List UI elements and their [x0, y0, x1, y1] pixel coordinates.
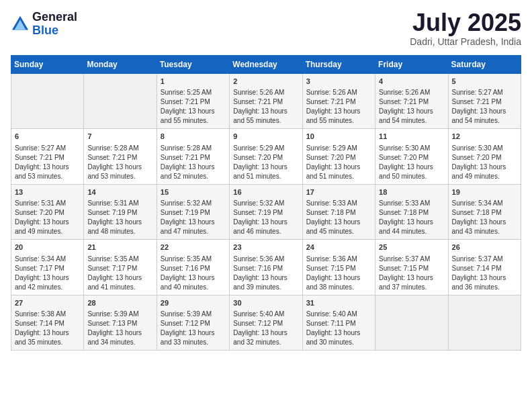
week-row-1: 1Sunrise: 5:25 AM Sunset: 7:21 PM Daylig…	[11, 74, 521, 129]
logo-general: General	[32, 11, 77, 24]
day-info: Sunrise: 5:31 AM Sunset: 7:19 PM Dayligh…	[87, 199, 152, 236]
calendar-cell: 10Sunrise: 5:29 AM Sunset: 7:20 PM Dayli…	[302, 129, 375, 184]
day-info: Sunrise: 5:39 AM Sunset: 7:12 PM Dayligh…	[161, 310, 226, 347]
day-number: 20	[15, 242, 80, 253]
day-number: 2	[233, 77, 298, 87]
day-info: Sunrise: 5:37 AM Sunset: 7:15 PM Dayligh…	[379, 255, 444, 292]
calendar-cell: 30Sunrise: 5:40 AM Sunset: 7:12 PM Dayli…	[230, 295, 302, 350]
calendar-cell: 1Sunrise: 5:25 AM Sunset: 7:21 PM Daylig…	[157, 74, 229, 129]
day-number: 1	[161, 77, 226, 87]
day-info: Sunrise: 5:40 AM Sunset: 7:12 PM Dayligh…	[233, 310, 298, 347]
day-number: 16	[233, 187, 298, 197]
day-number: 12	[452, 132, 517, 142]
location: Dadri, Uttar Pradesh, India	[410, 36, 521, 47]
calendar-cell: 6Sunrise: 5:27 AM Sunset: 7:21 PM Daylig…	[11, 129, 84, 184]
calendar-cell: 2Sunrise: 5:26 AM Sunset: 7:21 PM Daylig…	[230, 74, 302, 129]
calendar-cell: 13Sunrise: 5:31 AM Sunset: 7:20 PM Dayli…	[11, 184, 84, 239]
day-number: 31	[306, 298, 371, 308]
week-row-3: 13Sunrise: 5:31 AM Sunset: 7:20 PM Dayli…	[11, 184, 521, 239]
day-info: Sunrise: 5:29 AM Sunset: 7:20 PM Dayligh…	[233, 144, 298, 181]
calendar-cell: 18Sunrise: 5:33 AM Sunset: 7:18 PM Dayli…	[375, 184, 448, 239]
calendar-cell: 3Sunrise: 5:26 AM Sunset: 7:21 PM Daylig…	[302, 74, 375, 129]
day-info: Sunrise: 5:30 AM Sunset: 7:20 PM Dayligh…	[452, 144, 517, 181]
day-info: Sunrise: 5:33 AM Sunset: 7:18 PM Dayligh…	[379, 199, 444, 236]
day-number: 22	[161, 242, 226, 253]
calendar-cell: 4Sunrise: 5:26 AM Sunset: 7:21 PM Daylig…	[375, 74, 448, 129]
calendar-cell: 31Sunrise: 5:40 AM Sunset: 7:11 PM Dayli…	[302, 295, 375, 350]
calendar-cell: 28Sunrise: 5:39 AM Sunset: 7:13 PM Dayli…	[84, 295, 157, 350]
day-info: Sunrise: 5:28 AM Sunset: 7:21 PM Dayligh…	[87, 144, 152, 181]
day-number: 3	[306, 77, 371, 87]
weekday-header-wednesday: Wednesday	[230, 56, 302, 74]
week-row-2: 6Sunrise: 5:27 AM Sunset: 7:21 PM Daylig…	[11, 129, 521, 184]
day-number: 14	[87, 187, 152, 197]
day-info: Sunrise: 5:39 AM Sunset: 7:13 PM Dayligh…	[87, 310, 152, 347]
day-info: Sunrise: 5:40 AM Sunset: 7:11 PM Dayligh…	[306, 310, 371, 347]
day-info: Sunrise: 5:34 AM Sunset: 7:17 PM Dayligh…	[15, 255, 80, 292]
calendar-cell: 5Sunrise: 5:27 AM Sunset: 7:21 PM Daylig…	[448, 74, 521, 129]
day-info: Sunrise: 5:35 AM Sunset: 7:17 PM Dayligh…	[87, 255, 152, 292]
calendar-cell: 24Sunrise: 5:36 AM Sunset: 7:15 PM Dayli…	[302, 240, 375, 295]
day-info: Sunrise: 5:31 AM Sunset: 7:20 PM Dayligh…	[15, 199, 80, 236]
weekday-header-friday: Friday	[375, 56, 448, 74]
logo-icon	[11, 15, 30, 34]
calendar-cell: 25Sunrise: 5:37 AM Sunset: 7:15 PM Dayli…	[375, 240, 448, 295]
day-number: 5	[452, 77, 517, 87]
day-number: 9	[233, 132, 298, 142]
calendar-cell: 22Sunrise: 5:35 AM Sunset: 7:16 PM Dayli…	[157, 240, 229, 295]
day-info: Sunrise: 5:27 AM Sunset: 7:21 PM Dayligh…	[452, 88, 517, 126]
day-number: 29	[161, 298, 226, 308]
day-info: Sunrise: 5:35 AM Sunset: 7:16 PM Dayligh…	[161, 255, 226, 292]
day-info: Sunrise: 5:32 AM Sunset: 7:19 PM Dayligh…	[233, 199, 298, 236]
month-year: July 2025	[410, 11, 521, 35]
day-info: Sunrise: 5:26 AM Sunset: 7:21 PM Dayligh…	[379, 88, 444, 126]
day-number: 19	[452, 187, 517, 197]
calendar-cell: 26Sunrise: 5:37 AM Sunset: 7:14 PM Dayli…	[448, 240, 521, 295]
day-number: 27	[15, 298, 80, 308]
calendar-cell: 19Sunrise: 5:34 AM Sunset: 7:18 PM Dayli…	[448, 184, 521, 239]
calendar-cell: 12Sunrise: 5:30 AM Sunset: 7:20 PM Dayli…	[448, 129, 521, 184]
day-info: Sunrise: 5:26 AM Sunset: 7:21 PM Dayligh…	[306, 88, 371, 126]
day-info: Sunrise: 5:27 AM Sunset: 7:21 PM Dayligh…	[15, 144, 80, 181]
weekday-header-monday: Monday	[84, 56, 157, 74]
day-info: Sunrise: 5:25 AM Sunset: 7:21 PM Dayligh…	[161, 88, 226, 126]
day-number: 25	[379, 242, 444, 253]
calendar-cell: 20Sunrise: 5:34 AM Sunset: 7:17 PM Dayli…	[11, 240, 84, 295]
day-info: Sunrise: 5:26 AM Sunset: 7:21 PM Dayligh…	[233, 88, 298, 126]
calendar-cell: 17Sunrise: 5:33 AM Sunset: 7:18 PM Dayli…	[302, 184, 375, 239]
day-number: 23	[233, 242, 298, 253]
weekday-header-thursday: Thursday	[302, 56, 375, 74]
weekday-header-saturday: Saturday	[448, 56, 521, 74]
logo-text: General Blue	[32, 11, 77, 38]
calendar-cell: 27Sunrise: 5:38 AM Sunset: 7:14 PM Dayli…	[11, 295, 84, 350]
day-info: Sunrise: 5:28 AM Sunset: 7:21 PM Dayligh…	[161, 144, 226, 181]
day-number: 18	[379, 187, 444, 197]
day-number: 17	[306, 187, 371, 197]
logo: General Blue	[11, 11, 77, 38]
logo-blue: Blue	[32, 24, 77, 38]
day-number: 7	[87, 132, 152, 142]
day-number: 21	[87, 242, 152, 253]
day-number: 6	[15, 132, 80, 142]
calendar-cell	[11, 74, 84, 129]
calendar-cell: 23Sunrise: 5:36 AM Sunset: 7:16 PM Dayli…	[230, 240, 302, 295]
calendar-cell	[375, 295, 448, 350]
calendar-cell	[448, 295, 521, 350]
calendar-cell: 16Sunrise: 5:32 AM Sunset: 7:19 PM Dayli…	[230, 184, 302, 239]
day-number: 26	[452, 242, 517, 253]
weekday-header-tuesday: Tuesday	[157, 56, 229, 74]
day-info: Sunrise: 5:34 AM Sunset: 7:18 PM Dayligh…	[452, 199, 517, 236]
calendar-cell	[84, 74, 157, 129]
calendar-table: SundayMondayTuesdayWednesdayThursdayFrid…	[11, 55, 521, 351]
day-number: 28	[87, 298, 152, 308]
calendar-cell: 11Sunrise: 5:30 AM Sunset: 7:20 PM Dayli…	[375, 129, 448, 184]
calendar-cell: 14Sunrise: 5:31 AM Sunset: 7:19 PM Dayli…	[84, 184, 157, 239]
calendar-cell: 8Sunrise: 5:28 AM Sunset: 7:21 PM Daylig…	[157, 129, 229, 184]
day-number: 10	[306, 132, 371, 142]
day-number: 13	[15, 187, 80, 197]
day-info: Sunrise: 5:33 AM Sunset: 7:18 PM Dayligh…	[306, 199, 371, 236]
page-header: General Blue July 2025 Dadri, Uttar Prad…	[11, 11, 521, 47]
day-number: 11	[379, 132, 444, 142]
day-info: Sunrise: 5:37 AM Sunset: 7:14 PM Dayligh…	[452, 255, 517, 292]
day-info: Sunrise: 5:29 AM Sunset: 7:20 PM Dayligh…	[306, 144, 371, 181]
